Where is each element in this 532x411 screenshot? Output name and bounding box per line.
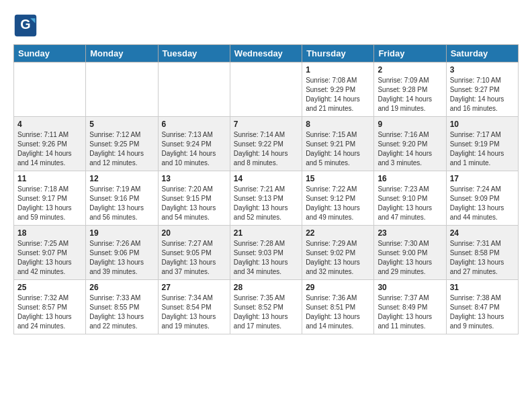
calendar-day-cell: 14Sunrise: 7:21 AM Sunset: 9:13 PM Dayli… (230, 171, 302, 226)
day-number: 13 (162, 174, 226, 183)
calendar-day-cell: 10Sunrise: 7:17 AM Sunset: 9:19 PM Dayli… (446, 117, 518, 171)
calendar-day-header: Saturday (446, 45, 518, 62)
day-info: Sunrise: 7:34 AM Sunset: 8:54 PM Dayligh… (162, 293, 226, 331)
calendar-day-cell: 21Sunrise: 7:28 AM Sunset: 9:03 PM Dayli… (230, 226, 302, 280)
calendar-day-cell: 4Sunrise: 7:11 AM Sunset: 9:26 PM Daylig… (14, 117, 86, 171)
day-info: Sunrise: 7:18 AM Sunset: 9:17 PM Dayligh… (17, 185, 82, 222)
calendar-day-cell: 13Sunrise: 7:20 AM Sunset: 9:15 PM Dayli… (158, 171, 230, 226)
calendar-header-row: SundayMondayTuesdayWednesdayThursdayFrid… (14, 45, 519, 62)
day-number: 25 (17, 283, 82, 292)
day-number: 2 (378, 65, 442, 75)
day-number: 15 (306, 174, 370, 183)
calendar-day-cell: 9Sunrise: 7:16 AM Sunset: 9:20 PM Daylig… (374, 117, 446, 171)
day-info: Sunrise: 7:12 AM Sunset: 9:25 PM Dayligh… (89, 130, 154, 168)
calendar-day-cell: 25Sunrise: 7:32 AM Sunset: 8:57 PM Dayli… (14, 280, 86, 334)
calendar-day-cell: 31Sunrise: 7:38 AM Sunset: 8:47 PM Dayli… (446, 280, 518, 334)
calendar-day-cell: 15Sunrise: 7:22 AM Sunset: 9:12 PM Dayli… (302, 171, 374, 226)
calendar-day-cell: 1Sunrise: 7:08 AM Sunset: 9:29 PM Daylig… (302, 62, 374, 117)
day-info: Sunrise: 7:35 AM Sunset: 8:52 PM Dayligh… (234, 293, 298, 331)
day-number: 11 (17, 174, 82, 183)
day-info: Sunrise: 7:31 AM Sunset: 8:58 PM Dayligh… (450, 239, 515, 277)
day-number: 7 (234, 120, 298, 129)
day-number: 30 (378, 283, 442, 292)
calendar-table: SundayMondayTuesdayWednesdayThursdayFrid… (13, 44, 519, 334)
day-number: 20 (162, 228, 226, 238)
day-number: 4 (17, 120, 82, 129)
day-number: 29 (306, 283, 370, 292)
day-number: 22 (306, 228, 370, 238)
svg-text:G: G (20, 17, 30, 32)
calendar-day-cell: 12Sunrise: 7:19 AM Sunset: 9:16 PM Dayli… (86, 171, 158, 226)
day-number: 19 (89, 228, 154, 238)
day-info: Sunrise: 7:15 AM Sunset: 9:21 PM Dayligh… (306, 130, 370, 168)
calendar-day-cell: 20Sunrise: 7:27 AM Sunset: 9:05 PM Dayli… (158, 226, 230, 280)
day-info: Sunrise: 7:33 AM Sunset: 8:55 PM Dayligh… (89, 293, 154, 331)
day-info: Sunrise: 7:29 AM Sunset: 9:02 PM Dayligh… (306, 239, 370, 277)
calendar-week-row: 11Sunrise: 7:18 AM Sunset: 9:17 PM Dayli… (14, 171, 519, 226)
day-info: Sunrise: 7:21 AM Sunset: 9:13 PM Dayligh… (234, 185, 298, 222)
day-info: Sunrise: 7:09 AM Sunset: 9:28 PM Dayligh… (378, 76, 442, 113)
day-info: Sunrise: 7:24 AM Sunset: 9:09 PM Dayligh… (450, 185, 515, 222)
calendar-day-cell: 24Sunrise: 7:31 AM Sunset: 8:58 PM Dayli… (446, 226, 518, 280)
day-number: 26 (89, 283, 154, 292)
calendar-day-cell (158, 62, 230, 117)
logo-icon: G (13, 13, 38, 38)
calendar-week-row: 1Sunrise: 7:08 AM Sunset: 9:29 PM Daylig… (14, 62, 519, 117)
day-info: Sunrise: 7:27 AM Sunset: 9:05 PM Dayligh… (162, 239, 226, 277)
day-info: Sunrise: 7:14 AM Sunset: 9:22 PM Dayligh… (234, 130, 298, 168)
calendar-day-cell: 19Sunrise: 7:26 AM Sunset: 9:06 PM Dayli… (86, 226, 158, 280)
day-info: Sunrise: 7:19 AM Sunset: 9:16 PM Dayligh… (89, 185, 154, 222)
day-number: 28 (234, 283, 298, 292)
calendar-day-cell: 27Sunrise: 7:34 AM Sunset: 8:54 PM Dayli… (158, 280, 230, 334)
calendar-day-header: Wednesday (230, 45, 302, 62)
day-info: Sunrise: 7:36 AM Sunset: 8:51 PM Dayligh… (306, 293, 370, 331)
day-number: 24 (450, 228, 515, 238)
day-info: Sunrise: 7:30 AM Sunset: 9:00 PM Dayligh… (378, 239, 442, 277)
day-number: 18 (17, 228, 82, 238)
page-header: G (13, 13, 519, 38)
day-info: Sunrise: 7:08 AM Sunset: 9:29 PM Dayligh… (306, 76, 370, 113)
calendar-day-cell: 11Sunrise: 7:18 AM Sunset: 9:17 PM Dayli… (14, 171, 86, 226)
day-number: 21 (234, 228, 298, 238)
calendar-day-cell: 23Sunrise: 7:30 AM Sunset: 9:00 PM Dayli… (374, 226, 446, 280)
calendar-day-cell (86, 62, 158, 117)
calendar-day-cell: 29Sunrise: 7:36 AM Sunset: 8:51 PM Dayli… (302, 280, 374, 334)
calendar-day-cell: 17Sunrise: 7:24 AM Sunset: 9:09 PM Dayli… (446, 171, 518, 226)
day-info: Sunrise: 7:38 AM Sunset: 8:47 PM Dayligh… (450, 293, 515, 331)
day-info: Sunrise: 7:23 AM Sunset: 9:10 PM Dayligh… (378, 185, 442, 222)
day-info: Sunrise: 7:20 AM Sunset: 9:15 PM Dayligh… (162, 185, 226, 222)
calendar-week-row: 4Sunrise: 7:11 AM Sunset: 9:26 PM Daylig… (14, 117, 519, 171)
calendar-day-cell: 2Sunrise: 7:09 AM Sunset: 9:28 PM Daylig… (374, 62, 446, 117)
day-info: Sunrise: 7:22 AM Sunset: 9:12 PM Dayligh… (306, 185, 370, 222)
calendar-day-header: Thursday (302, 45, 374, 62)
calendar-day-header: Tuesday (158, 45, 230, 62)
calendar-day-cell: 5Sunrise: 7:12 AM Sunset: 9:25 PM Daylig… (86, 117, 158, 171)
day-number: 1 (306, 65, 370, 75)
calendar-day-cell (230, 62, 302, 117)
calendar-day-cell: 28Sunrise: 7:35 AM Sunset: 8:52 PM Dayli… (230, 280, 302, 334)
day-info: Sunrise: 7:16 AM Sunset: 9:20 PM Dayligh… (378, 130, 442, 168)
day-number: 6 (162, 120, 226, 129)
calendar-day-cell (14, 62, 86, 117)
day-info: Sunrise: 7:10 AM Sunset: 9:27 PM Dayligh… (450, 76, 515, 113)
calendar-day-cell: 3Sunrise: 7:10 AM Sunset: 9:27 PM Daylig… (446, 62, 518, 117)
day-info: Sunrise: 7:32 AM Sunset: 8:57 PM Dayligh… (17, 293, 82, 331)
day-number: 16 (378, 174, 442, 183)
calendar-day-cell: 30Sunrise: 7:37 AM Sunset: 8:49 PM Dayli… (374, 280, 446, 334)
day-number: 17 (450, 174, 515, 183)
day-info: Sunrise: 7:17 AM Sunset: 9:19 PM Dayligh… (450, 130, 515, 168)
day-number: 23 (378, 228, 442, 238)
calendar-week-row: 18Sunrise: 7:25 AM Sunset: 9:07 PM Dayli… (14, 226, 519, 280)
calendar-day-cell: 18Sunrise: 7:25 AM Sunset: 9:07 PM Dayli… (14, 226, 86, 280)
calendar-week-row: 25Sunrise: 7:32 AM Sunset: 8:57 PM Dayli… (14, 280, 519, 334)
calendar-day-header: Monday (86, 45, 158, 62)
day-number: 5 (89, 120, 154, 129)
day-number: 10 (450, 120, 515, 129)
day-info: Sunrise: 7:26 AM Sunset: 9:06 PM Dayligh… (89, 239, 154, 277)
day-number: 31 (450, 283, 515, 292)
calendar-day-cell: 22Sunrise: 7:29 AM Sunset: 9:02 PM Dayli… (302, 226, 374, 280)
day-number: 12 (89, 174, 154, 183)
calendar-day-header: Sunday (14, 45, 86, 62)
calendar-day-cell: 8Sunrise: 7:15 AM Sunset: 9:21 PM Daylig… (302, 117, 374, 171)
calendar-day-cell: 26Sunrise: 7:33 AM Sunset: 8:55 PM Dayli… (86, 280, 158, 334)
